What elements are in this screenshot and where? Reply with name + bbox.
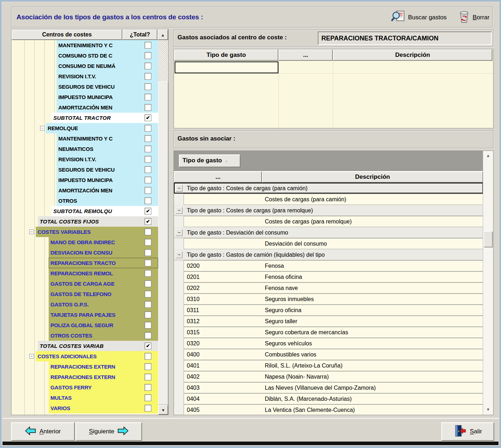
- tree-checkbox-consumo-de-neum[interactable]: [145, 63, 151, 69]
- tree-item-subtotal-remolqu[interactable]: SUBTOTAL REMOLQU✔: [11, 206, 158, 216]
- tree-checkbox-seguros-de-vehicu[interactable]: [145, 166, 151, 173]
- tree-checkbox-total-costes-variab[interactable]: ✔: [145, 343, 151, 349]
- assoc-col-desc[interactable]: Descripción: [333, 49, 492, 61]
- tree-scrollbar-thumb[interactable]: [158, 81, 168, 405]
- tree-item-impuesto-municipa[interactable]: IMPUESTO MUNICIPA: [11, 175, 158, 185]
- unassoc-col-desc[interactable]: Descripción: [262, 171, 483, 183]
- tree-checkbox-amortizaci-n-men[interactable]: [145, 187, 151, 194]
- tree-checkbox-mantenimiento-y-c[interactable]: [145, 42, 151, 49]
- expense-row-0310[interactable]: 0310Seguros inmuebles: [174, 294, 483, 305]
- collapse-icon[interactable]: −: [176, 229, 183, 236]
- tree-checkbox-gastos-ferry[interactable]: [145, 384, 151, 391]
- tree-checkbox-reparaciones-remol[interactable]: [145, 270, 151, 277]
- collapse-icon[interactable]: −: [29, 354, 34, 359]
- tree-checkbox-amortizaci-n-men[interactable]: [145, 104, 151, 111]
- tree-item-amortizaci-n-men[interactable]: AMORTIZACIÓN MEN: [11, 102, 158, 113]
- expense-row-costes-de-cargas-para-cami-n[interactable]: Costes de cargas (para camión): [174, 194, 483, 205]
- expense-row-0403[interactable]: 0403Las Nieves (Villanueva del Campo-Zam…: [174, 382, 483, 393]
- tree-item-total-costes-fijos[interactable]: TOTAL COSTES FIJOS✔: [11, 216, 158, 227]
- tree-checkbox-subtotal-tractor[interactable]: ✔: [145, 114, 151, 121]
- tree-item-poliza-global-segur[interactable]: POLIZA GLOBAL SEGUR: [11, 320, 158, 330]
- group-row-tipo-de-gasto-desviaci-n-del-consumo[interactable]: −Tipo de gasto : Desviación del consumo: [174, 227, 483, 238]
- assoc-col-tipo[interactable]: Tipo de gasto: [174, 49, 278, 61]
- tree-item-impuesto-municipa[interactable]: IMPUESTO MUNICIPA: [11, 92, 158, 102]
- tree-item-desviacion-en-consu[interactable]: DESVIACION EN CONSU: [11, 247, 158, 258]
- tree-item-amortizaci-n-men[interactable]: AMORTIZACIÓN MEN: [11, 185, 158, 196]
- buscar-gastos-button[interactable]: Buscar gastos: [391, 10, 447, 25]
- tree-item-mano-de-obra-indirec[interactable]: MANO DE OBRA INDIREC: [11, 237, 158, 247]
- tree-item-gastos-ferry[interactable]: GASTOS FERRY: [11, 382, 158, 393]
- expense-row-0201[interactable]: 0201Fenosa oficina: [174, 271, 483, 282]
- tree-item-gastos-g-p-s[interactable]: GASTOS G.P.S.: [11, 299, 158, 310]
- tree-checkbox-mano-de-obra-indirec[interactable]: [145, 239, 151, 246]
- tree-checkbox-impuesto-municipa[interactable]: [145, 94, 151, 100]
- expense-row-0404[interactable]: 0404Diblán, S.A. (Marcenado-Asturias): [174, 393, 483, 404]
- tree-scrollbar[interactable]: [158, 40, 168, 415]
- collapse-icon[interactable]: −: [29, 230, 34, 234]
- expense-row-0402[interactable]: 0402Napesa (Noain- Navarra): [174, 371, 483, 382]
- expense-row-0200[interactable]: 0200Fenosa: [174, 260, 483, 271]
- tree-item-neumaticos[interactable]: NEUMATICOS: [11, 144, 158, 154]
- tree-item-revision-i-t-v[interactable]: REVISION I.T.V.: [11, 71, 158, 82]
- tree-checkbox-reparaciones-tracto[interactable]: [145, 260, 151, 266]
- tree-checkbox-reparaciones-extern[interactable]: [145, 374, 151, 380]
- expense-row-0315[interactable]: 0315Seguro cobertura de mercancías: [174, 327, 483, 338]
- tree-checkbox-impuesto-municipa[interactable]: [145, 177, 151, 183]
- tree-item-reparaciones-tracto[interactable]: REPARACIONES TRACTO: [11, 258, 158, 268]
- siguiente-button[interactable]: Siguiente: [76, 422, 142, 441]
- tree-item-costes-adicionales[interactable]: −COSTES ADICIONALES: [11, 351, 158, 361]
- tree-checkbox-poliza-global-segur[interactable]: [145, 322, 151, 329]
- tree-checkbox-gastos-de-carga-age[interactable]: [145, 280, 151, 287]
- tree-item-multas[interactable]: MULTAS: [11, 393, 158, 403]
- group-by-tipo-de-gasto-button[interactable]: Tipo de gasto▲: [179, 154, 240, 167]
- focused-cell[interactable]: [175, 61, 278, 73]
- tree-checkbox-multas[interactable]: [145, 394, 151, 401]
- tree-item-mantenimiento-y-c[interactable]: MANTENIMIENTO Y C: [11, 133, 158, 144]
- tree-item-reparaciones-extern[interactable]: REPARACIONES EXTERN: [11, 372, 158, 382]
- tree-item-revision-i-t-v[interactable]: REVISION I.T.V.: [11, 154, 158, 164]
- tree-item-gastos-de-telefono[interactable]: GASTOS DE TELEFONO: [11, 289, 158, 299]
- tree-scroll-up-icon[interactable]: ▲: [157, 29, 168, 40]
- tree-checkbox-revision-i-t-v[interactable]: [145, 73, 151, 80]
- tree-checkbox-remolque[interactable]: [145, 125, 151, 132]
- tree-item-total-costes-variab[interactable]: TOTAL COSTES VARIAB✔: [11, 341, 158, 351]
- group-row-tipo-de-gasto-gastos-de-cami-n-liquidables-del-tipo[interactable]: −Tipo de gasto : Gastos de camión (liqui…: [174, 249, 483, 260]
- tree-checkbox-subtotal-remolqu[interactable]: ✔: [145, 208, 151, 215]
- tree-item-seguros-de-vehicu[interactable]: SEGUROS DE VEHICU: [11, 164, 158, 175]
- tree-item-seguros-de-vehicu[interactable]: SEGUROS DE VEHICU: [11, 82, 158, 92]
- tree-item-otros-costes[interactable]: OTROS COSTES: [11, 330, 158, 341]
- grid-scroll-up-icon[interactable]: ▲: [483, 151, 493, 161]
- expense-row-0405[interactable]: 0405La Ventica (San Clemente-Cuenca): [174, 404, 483, 415]
- tree-checkbox-comsumo-std-de-c[interactable]: [145, 52, 151, 59]
- tree-item-varios[interactable]: VARIOS: [11, 403, 158, 413]
- tree-item-comsumo-std-de-c[interactable]: COMSUMO STD DE C: [11, 50, 158, 61]
- grid-scroll-down-icon[interactable]: ▼: [483, 405, 493, 415]
- collapse-icon[interactable]: −: [176, 185, 183, 192]
- expense-row-desviaci-n-del-consumo[interactable]: Desviación del consumo: [174, 238, 483, 249]
- collapse-icon[interactable]: −: [176, 207, 183, 214]
- tree-checkbox-costes-adicionales[interactable]: [145, 353, 151, 360]
- grid-scrollbar[interactable]: ▲ ▼: [483, 151, 493, 415]
- assoc-col-dots[interactable]: ...: [278, 49, 333, 61]
- tree-checkbox-gastos-de-telefono[interactable]: [145, 291, 151, 297]
- expense-row-0311[interactable]: 0311Seguro oficina: [174, 305, 483, 316]
- expense-row-costes-de-cargas-para-remolque[interactable]: Costes de cargas (para remolque): [174, 216, 483, 227]
- tree-checkbox-gastos-g-p-s[interactable]: [145, 301, 151, 308]
- expense-row-0401[interactable]: 0401Riloil, S.L. (Arteixo-La Coruña): [174, 360, 483, 371]
- tree-item-reparaciones-extern[interactable]: REPARACIONES EXTERN: [11, 361, 158, 372]
- group-row-tipo-de-gasto-costes-de-cargas-para-cami-n[interactable]: −Tipo de gasto : Costes de cargas (para …: [174, 183, 483, 194]
- tree-item-consumo-de-neum[interactable]: CONSUMO DE NEUMÁ: [11, 61, 158, 71]
- tree-checkbox-seguros-de-vehicu[interactable]: [145, 83, 151, 90]
- anterior-button[interactable]: Anterior: [11, 422, 75, 441]
- grid-scrollbar-thumb[interactable]: [484, 231, 492, 247]
- expense-row-0320[interactable]: 0320Seguros vehículos: [174, 338, 483, 349]
- tree-checkbox-mantenimiento-y-c[interactable]: [145, 135, 151, 142]
- tree-item-otros[interactable]: OTROS: [11, 196, 158, 206]
- tree-checkbox-desviacion-en-consu[interactable]: [145, 249, 151, 256]
- tree-checkbox-otros[interactable]: [145, 197, 151, 204]
- unassoc-col-dots[interactable]: ...: [174, 171, 262, 183]
- tree-checkbox-otros-costes[interactable]: [145, 332, 151, 339]
- tree-checkbox-costes-variables[interactable]: [145, 228, 151, 235]
- tree-item-tarjetas-para-peajes[interactable]: TARJETAS PARA PEAJES: [11, 310, 158, 320]
- expense-row-0202[interactable]: 0202Fenosa nave: [174, 282, 483, 294]
